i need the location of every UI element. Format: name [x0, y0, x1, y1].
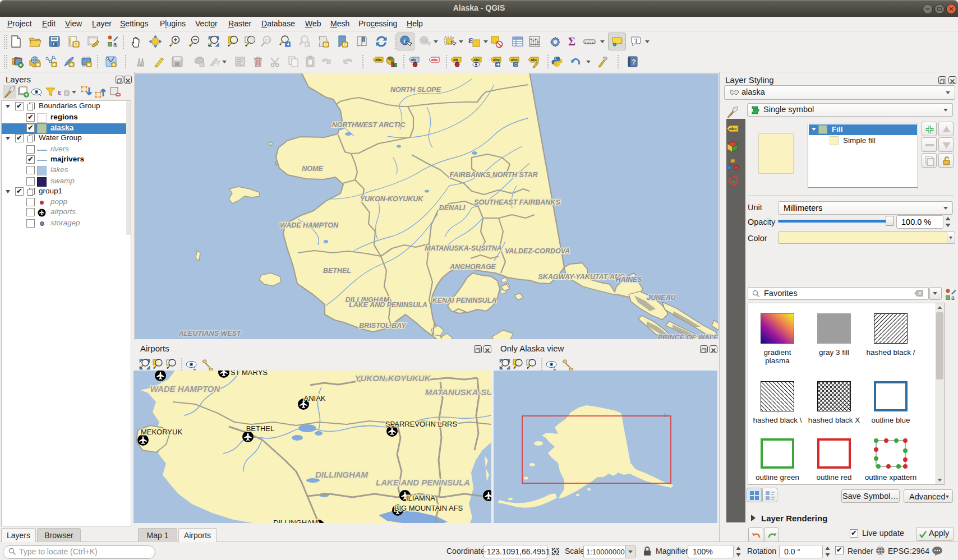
svg-text:1:1: 1:1 — [265, 38, 270, 42]
svg-text:a: a — [113, 41, 117, 48]
svg-text:abc: abc — [729, 126, 737, 131]
svg-text:Σ: Σ — [568, 35, 575, 48]
svg-text:DILLINGHAM: DILLINGHAM — [273, 519, 317, 523]
svg-text:abc: abc — [531, 58, 537, 62]
svg-text:YUKON-KOYUKUK: YUKON-KOYUKUK — [355, 373, 431, 383]
svg-text:a: a — [951, 295, 955, 301]
svg-text:MEKORYUK: MEKORYUK — [141, 428, 182, 436]
svg-text:BRISTOL BAY: BRISTOL BAY — [359, 322, 407, 330]
svg-text:BIG MOUNTAIN AFS: BIG MOUNTAIN AFS — [394, 504, 463, 512]
svg-text:PRINCE OF WALES: PRINCE OF WALES — [658, 334, 718, 339]
svg-text:HAINES: HAINES — [615, 276, 642, 284]
svg-text:SKAGWAY-YAKUTAT-ANG: SKAGWAY-YAKUTAT-ANG — [538, 273, 625, 281]
svg-text:abc: abc — [473, 58, 480, 62]
svg-text:DILLINGHAM: DILLINGHAM — [315, 470, 369, 479]
svg-text:LAKE AND PENINSULA: LAKE AND PENINSULA — [376, 478, 470, 487]
svg-text:ε: ε — [58, 87, 62, 96]
svg-text:LAKE AND PENINSULA: LAKE AND PENINSULA — [349, 301, 427, 309]
svg-text:ANIAK: ANIAK — [303, 394, 325, 402]
svg-text:abc: abc — [493, 58, 500, 62]
svg-text:T: T — [634, 37, 638, 44]
svg-text:YUKON-KOYUKUK: YUKON-KOYUKUK — [360, 195, 423, 203]
svg-text:abc: abc — [375, 58, 382, 62]
svg-text:BETHEL: BETHEL — [246, 424, 275, 433]
svg-text:abc: abc — [431, 58, 438, 62]
svg-text:VALDEZ-CORDOVA: VALDEZ-CORDOVA — [505, 247, 570, 255]
svg-text:DENALI: DENALI — [439, 204, 466, 212]
svg-text:ANCHORAGE: ANCHORAGE — [449, 263, 496, 271]
svg-text:ε: ε — [468, 35, 473, 45]
svg-text:MATANUSKA-SUS: MATANUSKA-SUS — [425, 387, 491, 397]
svg-text:ILIAMNA: ILIAMNA — [406, 494, 435, 502]
svg-text:SPARREVOHN LRRS: SPARREVOHN LRRS — [385, 420, 458, 428]
svg-text:ST MARYS: ST MARYS — [231, 371, 268, 377]
svg-text:NORTH SLOPE: NORTH SLOPE — [390, 86, 441, 94]
svg-text:abc: abc — [511, 58, 518, 62]
svg-text:ALEUTIANS WEST: ALEUTIANS WEST — [178, 330, 241, 337]
svg-text:NOME: NOME — [302, 165, 323, 173]
svg-text:WADE HAMPTON: WADE HAMPTON — [280, 221, 339, 229]
svg-text:JUNEAU: JUNEAU — [647, 294, 676, 302]
svg-text:BETHEL: BETHEL — [323, 267, 351, 275]
svg-text:NORTHWEST ARCTIC: NORTHWEST ARCTIC — [332, 121, 406, 129]
svg-text:?: ? — [632, 58, 636, 66]
svg-text:WADE HAMPTON: WADE HAMPTON — [150, 384, 221, 394]
svg-text:FAIRBANKS NORTH STAR: FAIRBANKS NORTH STAR — [449, 171, 537, 179]
svg-text:MATANUSKA-SUSITNA: MATANUSKA-SUSITNA — [425, 244, 502, 252]
svg-text:SOUTHEAST FAIRBANKS: SOUTHEAST FAIRBANKS — [474, 198, 560, 206]
svg-text:KENAI PENINSULA: KENAI PENINSULA — [432, 297, 497, 304]
